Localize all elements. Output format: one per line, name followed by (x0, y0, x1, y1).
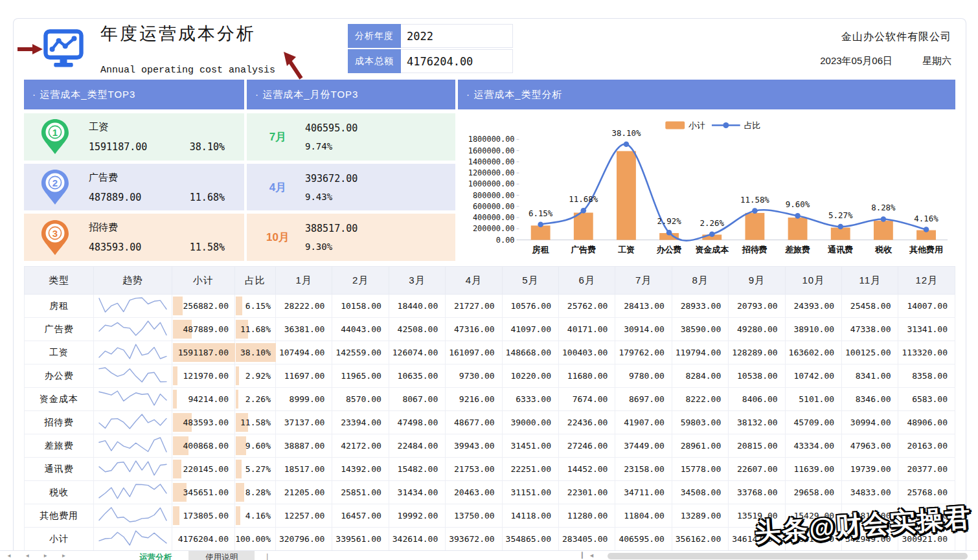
month-cell[interactable]: 41907.00 (615, 411, 672, 434)
row-label-cell[interactable]: 房租 (25, 295, 94, 318)
row-label-cell[interactable]: 差旅费 (25, 434, 94, 458)
month-cell[interactable]: 8999.00 (276, 388, 332, 411)
month-cell[interactable]: 33768.00 (729, 481, 785, 504)
trend-cell[interactable] (94, 504, 172, 528)
pct-cell[interactable]: 6.15% (235, 295, 276, 318)
column-header[interactable]: 1月 (276, 267, 332, 295)
month-cell[interactable]: 21205.00 (276, 481, 332, 504)
month-cell[interactable]: 148668.00 (502, 341, 558, 364)
pct-cell[interactable]: 2.26% (235, 388, 276, 411)
month-cell[interactable]: 100403.00 (559, 341, 615, 364)
month-cell[interactable]: 40171.00 (559, 318, 615, 341)
month-cell[interactable]: 22484.00 (389, 434, 445, 458)
month-cell[interactable]: 28961.00 (672, 434, 728, 458)
month-cell[interactable]: 34508.00 (672, 481, 728, 504)
month-cell[interactable]: 19739.00 (842, 458, 898, 481)
month-cell[interactable]: 119794.00 (672, 341, 728, 364)
month-cell[interactable]: 22436.00 (559, 411, 615, 434)
month-cell[interactable]: 18440.00 (389, 295, 445, 318)
column-header[interactable]: 12月 (898, 267, 955, 295)
month-cell[interactable]: 34711.00 (615, 481, 672, 504)
month-cell[interactable]: 37449.00 (615, 434, 672, 458)
month-cell[interactable]: 48906.00 (898, 411, 955, 434)
month-cell[interactable]: 59803.00 (672, 411, 728, 434)
month-cell[interactable]: 38910.00 (785, 318, 841, 341)
subtotal-cell[interactable]: 220145.00 (172, 458, 235, 481)
month-cell[interactable]: 9216.00 (446, 388, 502, 411)
month-cell[interactable]: 8341.00 (842, 364, 898, 388)
month-cell[interactable]: 34833.00 (842, 481, 898, 504)
month-cell[interactable]: 45709.00 (785, 411, 841, 434)
row-label-cell[interactable]: 广告费 (25, 318, 94, 341)
month-cell[interactable]: 28933.00 (672, 295, 728, 318)
month-cell[interactable]: 20815.00 (729, 434, 785, 458)
month-cell[interactable]: 31151.00 (502, 481, 558, 504)
pct-cell[interactable]: 11.68% (235, 318, 276, 341)
month-cell[interactable]: 31451.00 (502, 434, 558, 458)
month-cell[interactable]: 21727.00 (446, 295, 502, 318)
month-cell[interactable]: 15778.00 (672, 458, 728, 481)
month-cell[interactable]: 47316.00 (446, 318, 502, 341)
row-label-cell[interactable]: 招待费 (25, 411, 94, 434)
trend-cell[interactable] (94, 341, 172, 364)
month-cell[interactable]: 39943.00 (446, 434, 502, 458)
month-cell[interactable]: 14452.00 (559, 458, 615, 481)
month-cell[interactable]: 39000.00 (502, 411, 558, 434)
row-label-cell[interactable]: 工资 (25, 341, 94, 364)
month-cell[interactable]: 19992.00 (389, 504, 445, 528)
total-cost-value[interactable]: 4176204.00 (401, 49, 513, 73)
month-cell[interactable]: 10635.00 (389, 364, 445, 388)
month-cell[interactable]: 14007.00 (898, 295, 955, 318)
month-cell[interactable]: 47963.00 (842, 434, 898, 458)
trend-cell[interactable] (94, 318, 172, 341)
month-cell[interactable]: 48677.00 (446, 411, 502, 434)
pct-cell[interactable]: 8.28% (235, 481, 276, 504)
column-header[interactable]: 10月 (785, 267, 841, 295)
pct-cell[interactable]: 38.10% (235, 341, 276, 364)
month-cell[interactable]: 49280.00 (729, 318, 785, 341)
month-cell[interactable]: 339561.00 (332, 528, 389, 551)
column-header[interactable]: 5月 (502, 267, 558, 295)
analysis-year-value[interactable]: 2022 (401, 24, 513, 48)
month-cell[interactable]: 6583.00 (898, 388, 955, 411)
row-label-cell[interactable]: 小计 (25, 528, 94, 551)
month-cell[interactable]: 16457.00 (332, 504, 389, 528)
row-label-cell[interactable]: 通讯费 (25, 458, 94, 481)
pct-cell[interactable]: 2.92% (235, 364, 276, 388)
column-header[interactable]: 7月 (615, 267, 672, 295)
month-cell[interactable]: 283405.00 (559, 528, 615, 551)
scrollbar-split-handle[interactable]: ▎◄ (582, 552, 597, 559)
column-header[interactable]: 2月 (332, 267, 389, 295)
month-cell[interactable]: 44043.00 (332, 318, 389, 341)
month-cell[interactable]: 8570.00 (332, 388, 389, 411)
subtotal-cell[interactable]: 1591187.00 (172, 341, 235, 364)
month-cell[interactable]: 13750.00 (446, 504, 502, 528)
row-label-cell[interactable]: 其他费用 (25, 504, 94, 528)
month-cell[interactable]: 25851.00 (332, 481, 389, 504)
trend-cell[interactable] (94, 434, 172, 458)
month-cell[interactable]: 9780.00 (615, 364, 672, 388)
month-cell[interactable]: 14392.00 (332, 458, 389, 481)
month-cell[interactable]: 38132.00 (729, 411, 785, 434)
month-cell[interactable]: 10220.00 (502, 364, 558, 388)
pct-cell[interactable]: 5.27% (235, 458, 276, 481)
month-cell[interactable]: 30994.00 (842, 411, 898, 434)
month-cell[interactable]: 7674.00 (559, 388, 615, 411)
month-cell[interactable]: 41097.00 (502, 318, 558, 341)
month-cell[interactable]: 8697.00 (615, 388, 672, 411)
subtotal-cell[interactable]: 345651.00 (172, 481, 235, 504)
month-cell[interactable]: 20463.00 (446, 481, 502, 504)
month-cell[interactable]: 42172.00 (332, 434, 389, 458)
month-cell[interactable]: 31434.00 (389, 481, 445, 504)
month-cell[interactable]: 20163.00 (898, 434, 955, 458)
month-cell[interactable]: 179762.00 (615, 341, 672, 364)
trend-cell[interactable] (94, 411, 172, 434)
month-cell[interactable]: 342614.00 (389, 528, 445, 551)
subtotal-cell[interactable]: 256882.00 (172, 295, 235, 318)
month-cell[interactable]: 43334.00 (785, 434, 841, 458)
month-cell[interactable]: 128289.00 (729, 341, 785, 364)
month-cell[interactable]: 29658.00 (785, 481, 841, 504)
month-cell[interactable]: 107494.00 (276, 341, 332, 364)
month-cell[interactable]: 21753.00 (446, 458, 502, 481)
month-cell[interactable]: 100125.00 (842, 341, 898, 364)
